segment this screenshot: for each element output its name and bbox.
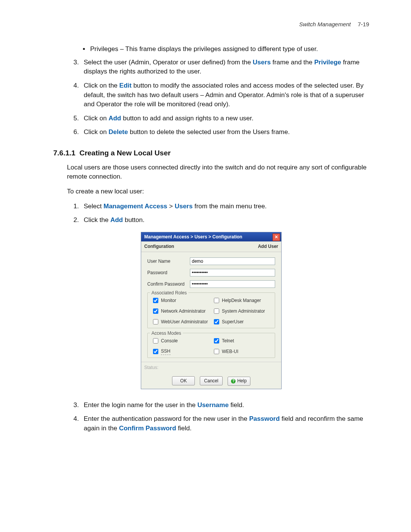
checkbox[interactable] (153, 308, 158, 314)
access-modes-group: Access Modes ConsoleTelnetSSHWEB-UI (147, 333, 275, 358)
role-network-administrator[interactable]: Network Administrator (151, 307, 210, 315)
status-bar: Status: (141, 362, 281, 373)
link-delete: Delete (108, 128, 128, 136)
dialog-subheader: Configuration Add User (141, 241, 281, 252)
page-number: 7-19 (358, 21, 369, 27)
checkbox[interactable] (153, 349, 158, 354)
cancel-button[interactable]: Cancel (200, 376, 223, 385)
dialog-title-bar: Management Access > Users > Configuratio… (141, 232, 281, 241)
dialog-body: User Name Password Confirm Password Asso… (141, 252, 281, 362)
role-helpdesk-manager[interactable]: HelpDesk Manager (212, 297, 271, 304)
link-users: Users (253, 59, 271, 66)
role-webuser-administrator[interactable]: WebUser Administrator (151, 318, 210, 326)
role-monitor[interactable]: Monitor (151, 297, 210, 304)
password-label: Password (147, 270, 190, 276)
modes-legend: Access Modes (150, 330, 183, 337)
steps-b: Enter the login name for the user in the… (53, 401, 369, 433)
role-system-administrator[interactable]: System Administrator (212, 307, 271, 315)
link-edit: Edit (119, 82, 132, 89)
username-input[interactable] (190, 257, 275, 265)
mode-ssh[interactable]: SSH (151, 348, 210, 355)
link-privilege: Privilege (314, 59, 341, 66)
tab-configuration: Configuration (144, 243, 174, 250)
intro-paragraph: Local users are those users connected di… (67, 163, 369, 182)
figure-wrapper: Management Access > Users > Configuratio… (53, 232, 369, 389)
chapter-name: Switch Management (299, 21, 351, 27)
document-page: Switch Management 7-19 Privileges – This… (0, 0, 411, 532)
step-item: Select the user (Admin, Operator or user… (81, 58, 369, 77)
checkbox[interactable] (153, 298, 158, 303)
checkbox[interactable] (153, 338, 158, 343)
bullet-list: Privileges – This frame displays the pri… (53, 45, 369, 54)
checkbox[interactable] (214, 349, 219, 354)
role-superuser[interactable]: SuperUser (212, 318, 271, 326)
step-item: Click on Add button to add and assign ri… (81, 114, 369, 123)
username-label: User Name (147, 258, 190, 265)
checkbox[interactable] (214, 319, 219, 324)
page-header: Switch Management 7-19 (53, 21, 369, 27)
tab-add-user: Add User (258, 243, 278, 250)
mode-console[interactable]: Console (151, 337, 210, 345)
top-steps: Select the user (Admin, Operator or user… (53, 58, 369, 137)
step-item: Click on Delete button to delete the sel… (81, 128, 369, 137)
add-user-dialog: Management Access > Users > Configuratio… (141, 232, 282, 389)
mode-telnet[interactable]: Telnet (212, 337, 271, 345)
section-heading: 7.6.1.1 Creating a New Local User (53, 148, 369, 158)
steps-a: Select Management Access > Users from th… (53, 202, 369, 225)
confirm-password-label: Confirm Password (147, 281, 190, 288)
content: Privileges – This frame displays the pri… (53, 45, 369, 433)
help-button[interactable]: ?Help (228, 377, 250, 386)
mode-web-ui[interactable]: WEB-UI (212, 348, 271, 355)
bullet-item: Privileges – This frame displays the pri… (89, 45, 369, 54)
lead-paragraph: To create a new local user: (67, 187, 369, 197)
checkbox[interactable] (214, 338, 219, 343)
ok-button[interactable]: OK (172, 376, 195, 385)
dialog-buttons: OK Cancel ?Help (141, 374, 281, 389)
step-item: Enter the login name for the user in the… (81, 401, 369, 410)
help-icon: ? (231, 379, 236, 383)
checkbox[interactable] (153, 319, 158, 324)
dialog-title: Management Access > Users > Configuratio… (144, 234, 242, 240)
step-item: Click on the Edit button to modify the a… (81, 81, 369, 109)
step-item: Select Management Access > Users from th… (81, 202, 369, 211)
checkbox[interactable] (214, 298, 219, 303)
password-input[interactable] (190, 269, 275, 276)
associated-roles-group: Associated Roles MonitorHelpDesk Manager… (147, 292, 275, 328)
confirm-password-input[interactable] (190, 280, 275, 288)
close-icon[interactable]: × (272, 233, 280, 241)
roles-legend: Associated Roles (150, 290, 188, 296)
step-item: Enter the authentication password for th… (81, 414, 369, 433)
link-add: Add (108, 115, 121, 122)
checkbox[interactable] (214, 308, 219, 314)
step-item: Click the Add button. (81, 216, 369, 225)
